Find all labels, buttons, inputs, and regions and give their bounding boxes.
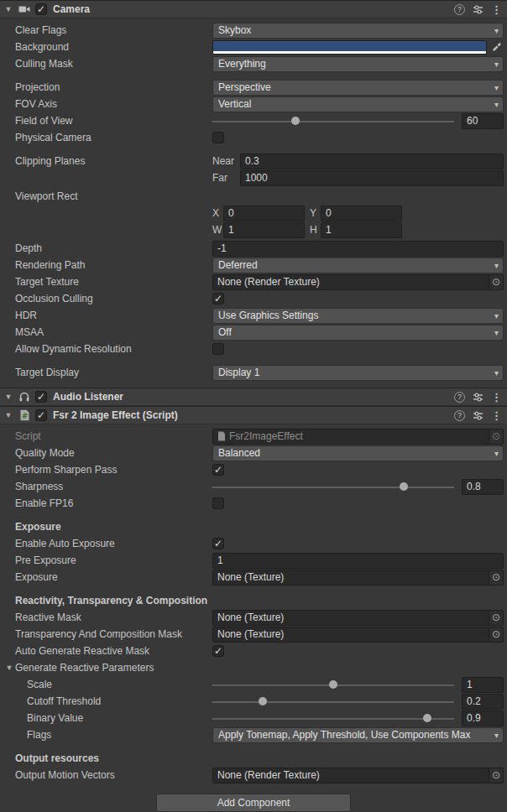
near-input[interactable]: 0.3: [240, 154, 504, 169]
viewport-x-input[interactable]: 0: [223, 206, 305, 221]
exposure-field[interactable]: None (Texture) ⊙: [212, 570, 504, 586]
binary-value-slider[interactable]: [212, 710, 454, 726]
slider-thumb[interactable]: [259, 697, 267, 705]
slider-thumb[interactable]: [423, 714, 431, 722]
perform-sharpen-pass-label: Perform Sharpen Pass: [15, 464, 212, 476]
foldout-icon[interactable]: ▼: [3, 411, 13, 419]
checkmark-icon: ✓: [214, 539, 222, 549]
audio-listener-component-header[interactable]: ▼ ✓ Audio Listener ? ⋮: [0, 388, 507, 406]
target-display-row: Target Display Display 1 ▾: [0, 364, 507, 381]
output-motion-vectors-label: Output Motion Vectors: [15, 769, 212, 781]
object-picker-icon[interactable]: ⊙: [489, 768, 503, 783]
object-picker-icon[interactable]: ⊙: [489, 611, 503, 625]
object-picker-icon[interactable]: ⊙: [489, 627, 503, 642]
clear-flags-dropdown[interactable]: Skybox ▾: [212, 23, 504, 39]
h-label: H: [310, 224, 321, 236]
camera-enabled-toggle[interactable]: ✓: [35, 3, 47, 15]
presets-icon[interactable]: [473, 392, 483, 403]
slider-thumb[interactable]: [400, 482, 408, 491]
slider-track: [212, 487, 454, 488]
pre-exposure-row: Pre Exposure 1: [0, 552, 507, 569]
viewport-y-input[interactable]: 0: [321, 206, 402, 221]
binary-value-input[interactable]: 0.9: [462, 710, 504, 726]
eyedropper-icon[interactable]: [489, 39, 504, 55]
culling-mask-dropdown[interactable]: Everything ▾: [212, 56, 504, 72]
hdr-dropdown[interactable]: Use Graphics Settings ▾: [212, 308, 504, 324]
object-picker-icon[interactable]: ⊙: [489, 275, 503, 289]
background-color-field[interactable]: [212, 40, 487, 55]
physical-camera-row: Physical Camera ✓: [0, 129, 507, 146]
help-icon[interactable]: ?: [454, 4, 465, 15]
occlusion-culling-checkbox[interactable]: ✓: [212, 293, 224, 304]
color-swatch: [213, 41, 486, 51]
add-component-button[interactable]: Add Component: [156, 794, 351, 812]
projection-dropdown[interactable]: Perspective ▾: [212, 80, 504, 96]
enable-fp16-checkbox[interactable]: ✓: [212, 497, 224, 509]
pre-exposure-input[interactable]: 1: [212, 553, 504, 569]
occlusion-culling-row: Occlusion Culling ✓: [0, 290, 507, 307]
sharpness-slider[interactable]: [212, 479, 454, 495]
kebab-menu-icon[interactable]: ⋮: [491, 410, 502, 421]
target-texture-field[interactable]: None (Render Texture) ⊙: [212, 274, 504, 290]
flags-dropdown[interactable]: Apply Tonemap, Apply Threshold, Use Comp…: [212, 727, 504, 743]
camera-icon: [18, 3, 31, 16]
msaa-row: MSAA Off ▾: [0, 324, 507, 341]
viewport-rect-xy-row: X 0 Y 0: [0, 205, 507, 221]
viewport-w-input[interactable]: 1: [223, 222, 305, 238]
physical-camera-checkbox[interactable]: ✓: [212, 132, 224, 143]
far-input[interactable]: 1000: [240, 170, 504, 186]
transparency-mask-label: Transparency And Composition Mask: [15, 628, 212, 640]
foldout-icon[interactable]: ▼: [3, 5, 13, 13]
far-label: Far: [212, 172, 240, 184]
slider-track: [212, 121, 454, 122]
sharpness-label: Sharpness: [15, 481, 212, 492]
kebab-menu-icon[interactable]: ⋮: [491, 392, 502, 403]
slider-thumb[interactable]: [329, 680, 337, 689]
help-icon[interactable]: ?: [454, 410, 465, 421]
audio-listener-enabled-toggle[interactable]: ✓: [35, 391, 47, 403]
fsr2-enabled-toggle[interactable]: ✓: [35, 409, 47, 421]
generate-reactive-parameters-row[interactable]: ▼ Generate Reactive Parameters: [0, 659, 507, 676]
transparency-mask-field[interactable]: None (Texture) ⊙: [212, 627, 504, 643]
msaa-dropdown[interactable]: Off ▾: [212, 325, 504, 341]
occlusion-culling-label: Occlusion Culling: [15, 293, 212, 304]
viewport-rect-label-row: Viewport Rect: [0, 188, 507, 205]
hdr-value: Use Graphics Settings: [218, 310, 492, 321]
object-picker-icon[interactable]: ⊙: [489, 570, 503, 585]
field-of-view-slider[interactable]: [212, 113, 454, 129]
output-motion-vectors-field[interactable]: None (Render Texture) ⊙: [212, 768, 504, 783]
cutoff-threshold-input[interactable]: 0.2: [462, 694, 504, 710]
script-row: Script Fsr2ImageEffect ⊙: [0, 428, 507, 445]
object-picker-icon: ⊙: [489, 429, 503, 444]
kebab-menu-icon[interactable]: ⋮: [491, 4, 502, 15]
target-display-dropdown[interactable]: Display 1 ▾: [212, 365, 504, 381]
foldout-icon[interactable]: ▼: [3, 393, 13, 401]
quality-mode-dropdown[interactable]: Balanced ▾: [212, 445, 504, 461]
fov-axis-dropdown[interactable]: Vertical ▾: [212, 96, 504, 112]
allow-dynamic-resolution-checkbox[interactable]: ✓: [212, 343, 224, 355]
perform-sharpen-pass-checkbox[interactable]: ✓: [212, 464, 224, 476]
presets-icon[interactable]: [473, 410, 483, 421]
viewport-h-input[interactable]: 1: [321, 222, 402, 238]
field-of-view-input[interactable]: 60: [462, 113, 504, 129]
viewport-rect-label: Viewport Rect: [15, 190, 212, 202]
help-icon[interactable]: ?: [454, 392, 465, 403]
reactive-mask-field[interactable]: None (Texture) ⊙: [212, 610, 504, 626]
sharpness-input[interactable]: 0.8: [462, 479, 504, 495]
fsr2-component-header[interactable]: ▼ # ✓ Fsr 2 Image Effect (Script) ? ⋮: [0, 406, 507, 424]
scale-slider[interactable]: [212, 677, 454, 693]
fov-axis-label: FOV Axis: [15, 98, 212, 110]
auto-generate-reactive-mask-checkbox[interactable]: ✓: [212, 645, 224, 657]
presets-icon[interactable]: [473, 4, 483, 15]
cutoff-threshold-slider[interactable]: [212, 694, 454, 710]
rendering-path-dropdown[interactable]: Deferred ▾: [212, 258, 504, 273]
depth-input[interactable]: -1: [212, 241, 504, 257]
enable-auto-exposure-checkbox[interactable]: ✓: [212, 538, 224, 549]
flags-row: Flags Apply Tonemap, Apply Threshold, Us…: [0, 726, 507, 743]
scale-input[interactable]: 1: [462, 677, 504, 693]
scale-row: Scale 1: [0, 676, 507, 693]
foldout-icon[interactable]: ▼: [4, 664, 14, 672]
slider-thumb[interactable]: [291, 117, 300, 125]
camera-component-header[interactable]: ▼ ✓ Camera ? ⋮: [0, 0, 507, 18]
scale-label: Scale: [27, 679, 212, 690]
